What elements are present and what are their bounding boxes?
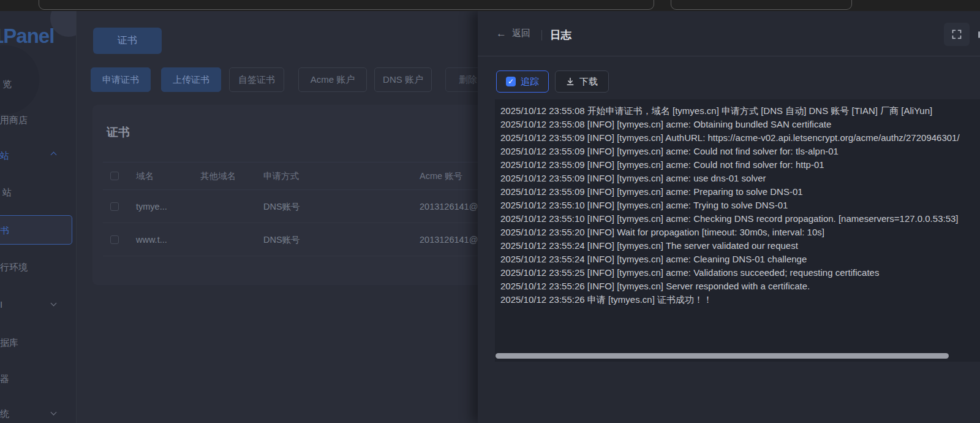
cell-acme-account: 2013126141@ (420, 202, 478, 212)
dns-account-button[interactable]: DNS 账户 (374, 67, 432, 92)
sidebar: 1Panel 览 用商店 站 站 书 行环境 I 据库 器 统 (0, 11, 77, 423)
log-line: 2025/10/12 23:55:08 [INFO] [tymyes.cn] a… (500, 118, 980, 131)
log-line: 2025/10/12 23:55:10 [INFO] [tymyes.cn] a… (500, 212, 980, 226)
log-line: 2025/10/12 23:55:09 [INFO] [tymyes.cn] a… (500, 172, 980, 185)
track-toggle-button[interactable]: ✓ 追踪 (496, 70, 549, 93)
chevron-down-icon (51, 300, 57, 307)
col-header-acme-account: Acme 账号 (420, 170, 462, 182)
log-line: 2025/10/12 23:55:24 [INFO] [tymyes.cn] a… (500, 253, 980, 266)
sidebar-item-system[interactable]: 统 (0, 408, 9, 420)
apply-certificate-button[interactable]: 申请证书 (91, 67, 151, 92)
log-line: 2025/10/12 23:55:26 [INFO] [tymyes.cn] S… (500, 280, 980, 293)
cell-apply-method: DNS账号 (263, 200, 300, 212)
table-row[interactable]: www.t... DNS账号 2013126141@ (103, 223, 478, 256)
fullscreen-button[interactable] (944, 23, 970, 46)
page-background: 1Panel 览 用商店 站 站 书 行环境 I 据库 器 统 证书 申请证书 … (0, 11, 478, 423)
table-header-row: 域名 其他域名 申请方式 Acme 账号 (103, 162, 478, 190)
sidebar-item-website[interactable]: 站 (0, 150, 9, 162)
delete-button[interactable]: 删除 (445, 67, 478, 92)
sidebar-item-ai[interactable]: I (0, 299, 2, 310)
log-line: 2025/10/12 23:55:24 [INFO] [tymyes.cn] T… (500, 239, 980, 253)
log-line: 2025/10/12 23:55:08 开始申请证书，域名 [tymyes.cn… (500, 104, 980, 118)
col-header-apply-method: 申请方式 (263, 170, 299, 182)
cell-domain: tymye... (136, 202, 167, 212)
horizontal-scrollbar-thumb[interactable] (496, 353, 949, 359)
back-button[interactable]: ← 返回 (496, 28, 530, 39)
sidebar-item-overview[interactable]: 览 (2, 78, 12, 90)
certificate-card: 证书 域名 其他域名 申请方式 Acme 账号 tymye... DNS账号 2… (92, 105, 478, 285)
screen: 1Panel 览 用商店 站 站 书 行环境 I 据库 器 统 证书 申请证书 … (0, 0, 980, 423)
log-line: 2025/10/12 23:55:09 [INFO] [tymyes.cn] a… (500, 158, 980, 172)
back-label: 返回 (512, 28, 530, 39)
download-icon (566, 77, 575, 86)
card-title: 证书 (107, 124, 130, 140)
cell-domain: www.t... (136, 235, 167, 245)
table-row[interactable]: tymye... DNS账号 2013126141@ (103, 190, 478, 223)
log-line: 2025/10/12 23:55:25 [INFO] [tymyes.cn] a… (500, 266, 980, 280)
browser-tab-outline (39, 0, 654, 10)
col-header-other-domains: 其他域名 (200, 170, 236, 182)
log-line: 2025/10/12 23:55:09 [INFO] [tymyes.cn] A… (500, 131, 980, 145)
upload-certificate-button[interactable]: 上传证书 (161, 67, 221, 92)
cell-apply-method: DNS账号 (263, 234, 300, 245)
download-label: 下载 (579, 76, 598, 88)
drawer-header: ← 返回 日志 (478, 11, 980, 56)
self-signed-certificate-button[interactable]: 自签证书 (229, 67, 284, 92)
cell-acme-account: 2013126141@ (420, 235, 478, 245)
drawer-title: 日志 (550, 28, 571, 42)
sidebar-item-website-sub[interactable]: 站 (2, 187, 12, 199)
select-all-checkbox[interactable] (110, 172, 119, 180)
chevron-up-icon (51, 152, 57, 158)
row-checkbox[interactable] (110, 202, 119, 211)
sidebar-item-database[interactable]: 据库 (0, 337, 18, 349)
log-line: 2025/10/12 23:55:09 [INFO] [tymyes.cn] a… (500, 185, 980, 199)
log-output[interactable]: 2025/10/12 23:55:08 开始申请证书，域名 [tymyes.cn… (495, 99, 980, 362)
log-line: 2025/10/12 23:55:10 [INFO] [tymyes.cn] a… (500, 199, 980, 212)
col-header-domain: 域名 (136, 170, 154, 182)
download-button[interactable]: 下载 (555, 70, 609, 93)
acme-account-button[interactable]: Acme 账户 (298, 67, 367, 92)
sidebar-item-certificate-selected[interactable] (0, 215, 72, 245)
chevron-down-icon (51, 410, 57, 416)
browser-top-strip (0, 0, 980, 11)
back-arrow-icon: ← (496, 28, 507, 39)
sidebar-item-certificate[interactable]: 书 (0, 225, 9, 237)
log-drawer: ← 返回 日志 ✓ 追踪 下载 2025/10/12 23:5 (478, 11, 980, 423)
checked-checkbox-icon[interactable]: ✓ (506, 77, 516, 86)
header-divider (541, 30, 542, 40)
sidebar-item-app-store[interactable]: 用商店 (0, 115, 28, 126)
browser-tab-outline (671, 0, 852, 10)
track-label: 追踪 (521, 76, 539, 88)
tab-certificate[interactable]: 证书 (93, 28, 162, 54)
log-line: 2025/10/12 23:55:26 申请 [tymyes.cn] 证书成功！… (500, 293, 980, 307)
fullscreen-icon (952, 29, 962, 39)
decorative-circle (50, 11, 77, 37)
row-checkbox[interactable] (110, 235, 119, 244)
app-logo: 1Panel (0, 25, 54, 48)
log-line: 2025/10/12 23:55:20 [INFO] Wait for prop… (500, 226, 980, 239)
sidebar-item-container[interactable]: 器 (0, 373, 9, 385)
log-line: 2025/10/12 23:55:09 [INFO] [tymyes.cn] a… (500, 145, 980, 158)
sidebar-item-runtime[interactable]: 行环境 (0, 262, 28, 273)
